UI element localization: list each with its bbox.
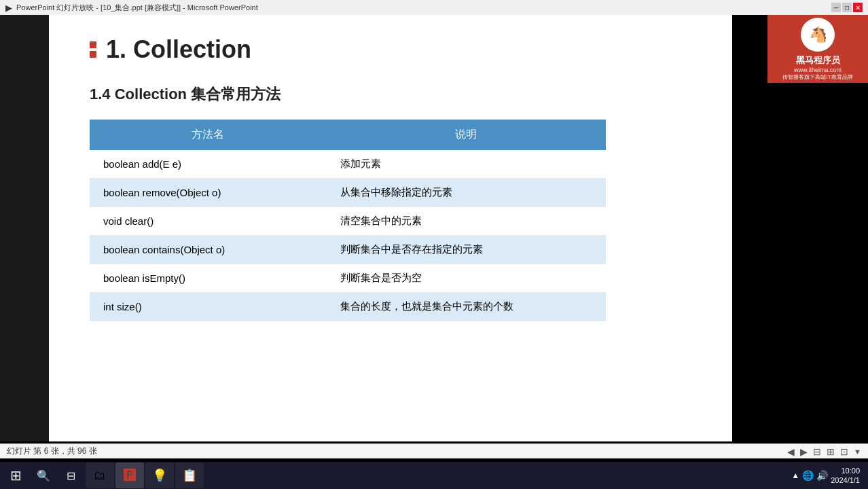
slide-bottom-bar: 幻灯片 第 6 张，共 96 张 ◀ ▶ ⊟ ⊞ ⊡ ▼ <box>0 443 868 458</box>
taskbar-app-idea[interactable]: 💡 <box>145 463 174 488</box>
next-slide-btn[interactable]: ▶ <box>800 446 808 457</box>
logo-area: 🐴 黑马程序员 www.itheima.com 传智播客旗下高端IT教育品牌 <box>767 15 868 83</box>
slide-content: 1. Collection 1.4 Collection 集合常用方法 方法名 … <box>49 15 732 441</box>
search-button[interactable]: 🔍 <box>31 463 56 488</box>
icon-dot-1 <box>90 41 96 48</box>
table-cell: 判断集合中是否存在指定的元素 <box>327 236 606 264</box>
table-cell: int size() <box>90 293 327 321</box>
task-view-button[interactable]: ⊟ <box>58 463 83 488</box>
method-table: 方法名 说明 boolean add(E e)添加元素boolean remov… <box>90 120 606 321</box>
view-reading-btn[interactable]: ⊡ <box>840 446 848 457</box>
slide-title: 1. Collection <box>106 35 251 64</box>
logo-horse-icon: 🐴 <box>809 26 827 43</box>
logo-website: www.itheima.com <box>794 67 842 73</box>
window-title: PowerPoint 幻灯片放映 - [10_集合.ppt [兼容模式]] - … <box>16 3 258 13</box>
icon-dot-2 <box>90 51 96 58</box>
table-header-desc: 说明 <box>327 120 606 150</box>
table-cell: boolean contains(Object o) <box>90 236 327 264</box>
window-controls: ─ □ ✕ <box>831 3 863 12</box>
logo-tagline: 传智播客旗下高端IT教育品牌 <box>782 73 852 81</box>
view-slide-btn[interactable]: ⊞ <box>827 446 835 457</box>
taskbar-app-misc[interactable]: 📋 <box>175 463 204 488</box>
table-cell: 集合的长度，也就是集合中元素的个数 <box>327 293 606 321</box>
taskbar-app-powerpoint[interactable]: 🅿 <box>115 463 144 488</box>
table-cell: boolean add(E e) <box>90 150 327 179</box>
left-panel <box>0 15 49 441</box>
title-bar: ▶ PowerPoint 幻灯片放映 - [10_集合.ppt [兼容模式]] … <box>0 0 868 15</box>
taskbar-volume-icon: 🔊 <box>816 470 828 481</box>
table-cell: boolean isEmpty() <box>90 264 327 293</box>
table-header-method: 方法名 <box>90 120 327 150</box>
table-cell: 从集合中移除指定的元素 <box>327 179 606 207</box>
view-normal-btn[interactable]: ⊟ <box>813 446 821 457</box>
slide-title-row: 1. Collection <box>90 35 691 64</box>
taskbar-network-icon: 🌐 <box>802 470 814 481</box>
taskbar: ⊞ 🔍 ⊟ 🗂 🅿 💡 📋 ▲ 🌐 🔊 10:00 2024/1/1 <box>0 462 868 489</box>
logo-circle: 🐴 <box>801 18 835 52</box>
app-icon: ▶ <box>5 3 12 13</box>
close-button[interactable]: ✕ <box>853 3 863 12</box>
table-cell: boolean remove(Object o) <box>90 179 327 207</box>
maximize-button[interactable]: □ <box>842 3 852 12</box>
zoom-level: ▼ <box>854 448 861 456</box>
taskbar-app-explorer[interactable]: 🗂 <box>86 463 114 488</box>
table-cell: 添加元素 <box>327 150 606 179</box>
logo-brand-name: 黑马程序员 <box>796 54 840 67</box>
taskbar-right: ▲ 🌐 🔊 10:00 2024/1/1 <box>791 466 865 486</box>
start-button[interactable]: ⊞ <box>3 463 29 488</box>
table-cell: void clear() <box>90 207 327 236</box>
table-cell: 清空集合中的元素 <box>327 207 606 236</box>
table-cell: 判断集合是否为空 <box>327 264 606 293</box>
slide-status: 幻灯片 第 6 张，共 96 张 <box>0 446 97 457</box>
taskbar-apps: 🗂 🅿 💡 📋 <box>86 463 204 488</box>
taskbar-clock: 10:00 2024/1/1 <box>831 466 860 486</box>
minimize-button[interactable]: ─ <box>831 3 841 12</box>
taskbar-tray-icons: ▲ <box>791 471 799 480</box>
section-heading: 1.4 Collection 集合常用方法 <box>90 84 691 105</box>
prev-slide-btn[interactable]: ◀ <box>787 446 795 457</box>
title-decoration <box>90 41 96 58</box>
